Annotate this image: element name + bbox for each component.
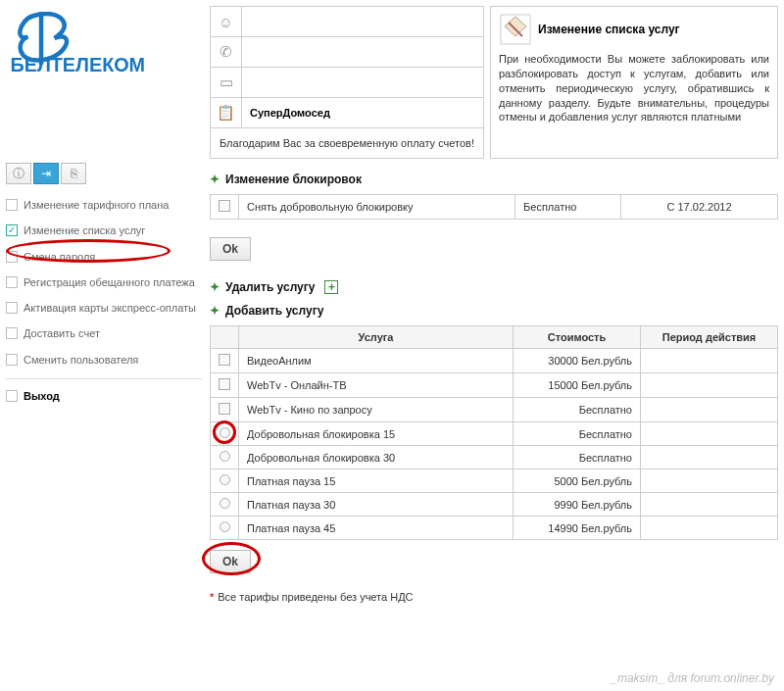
info-title: Изменение списка услуг	[538, 23, 680, 36]
account-summary-box: ☺ ✆ ▭ 📋СуперДомосед Благодарим Вас за св…	[210, 6, 484, 159]
sidebar-item[interactable]: Изменение тарифного плана	[6, 192, 202, 218]
watermark: _maksim_ для forum.onliner.by	[611, 671, 774, 685]
info-body: При необходимости Вы можете заблокироват…	[499, 52, 769, 124]
service-name: Платная пауза 15	[239, 469, 514, 493]
checkbox-icon	[6, 390, 18, 402]
service-name: Платная пауза 30	[239, 493, 514, 517]
checkbox-icon	[6, 251, 18, 263]
service-name: WebTv - Кино по запросу	[239, 398, 514, 422]
service-name: Платная пауза 45	[239, 517, 514, 540]
phone-icon: ✆	[211, 37, 242, 67]
expand-icon[interactable]: +	[324, 280, 338, 294]
ok-button-bottom[interactable]: Ok	[210, 550, 251, 573]
service-period	[641, 349, 778, 373]
tariff-name: СуперДомосед	[242, 101, 483, 124]
sidebar-item-label: Сменить пользователя	[24, 353, 138, 367]
radio[interactable]	[220, 427, 230, 438]
sidebar-item[interactable]: Доставить счет	[6, 321, 202, 346]
main-content: ✦ Изменение блокировок Снять добровольну…	[210, 159, 778, 603]
ok-button-top[interactable]: Ok	[210, 237, 251, 261]
checkbox-icon	[6, 199, 18, 211]
radio[interactable]	[220, 474, 230, 485]
table-row: ВидеоАнлим30000 Бел.рубль	[211, 349, 778, 373]
section-add-header: ✦ Добавить услугу	[210, 304, 778, 318]
checkbox-icon	[6, 354, 18, 366]
block-since: С 17.02.2012	[621, 195, 778, 220]
plus-icon: ✦	[210, 174, 220, 184]
svg-marker-2	[505, 17, 526, 36]
checkbox[interactable]	[219, 354, 230, 366]
sidebar-item-label: Регистрация обещанного платежа	[24, 275, 195, 289]
sidebar-item[interactable]: Регистрация обещанного платежа	[6, 270, 202, 295]
logo: БЕЛТЕЛЕКОМ	[6, 6, 202, 159]
table-row: Платная пауза 309990 Бел.рубль	[211, 493, 778, 517]
service-cost: Бесплатно	[514, 422, 641, 446]
sidebar-item-label: Активация карты экспресс-оплаты	[24, 301, 196, 315]
table-row: Платная пауза 4514990 Бел.рубль	[211, 517, 778, 540]
table-row: WebTv - Онлайн-ТВ15000 Бел.рубль	[211, 373, 778, 398]
footnote: *Все тарифы приведены без учета НДС	[210, 591, 778, 603]
checkbox[interactable]	[219, 403, 230, 415]
sidebar-item-label: Доставить счет	[24, 326, 100, 340]
logo-text: БЕЛТЕЛЕКОМ	[11, 54, 146, 74]
service-cost: Бесплатно	[514, 398, 641, 422]
services-table: Услуга Стоимость Период действия ВидеоАн…	[210, 325, 778, 540]
checkbox-icon	[6, 302, 18, 314]
service-name: ВидеоАнлим	[239, 349, 514, 373]
checkbox-icon	[6, 224, 18, 236]
service-period	[641, 422, 778, 446]
service-period	[641, 493, 778, 517]
sidebar-item[interactable]: Смена пароля	[6, 244, 202, 270]
thanks-message: Благодарим Вас за своевременную оплату с…	[211, 131, 483, 155]
th-cost: Стоимость	[514, 326, 641, 349]
radio[interactable]	[220, 451, 230, 462]
section-remove-header: ✦ Удалить услугу +	[210, 280, 778, 294]
block-cost: Бесплатно	[515, 195, 621, 220]
th-period: Период действия	[641, 326, 778, 349]
sidebar-exit[interactable]: Выход	[6, 378, 202, 409]
services-tab-icon[interactable]: ⇥	[33, 163, 59, 184]
table-row: Платная пауза 155000 Бел.рубль	[211, 469, 778, 493]
checkbox-icon	[6, 327, 18, 339]
sidebar-item[interactable]: Изменение списка услуг	[6, 218, 202, 243]
info-tab-icon[interactable]: ⓘ	[6, 163, 31, 184]
sidebar: ⓘ ⇥ ⎘ Изменение тарифного планаИзменение…	[6, 159, 202, 603]
service-cost: Бесплатно	[514, 446, 641, 469]
service-cost: 5000 Бел.рубль	[514, 469, 641, 493]
services-icon	[499, 13, 532, 46]
unblock-table: Снять добровольную блокировку Бесплатно …	[210, 194, 778, 220]
radio[interactable]	[220, 498, 230, 509]
service-cost: 30000 Бел.рубль	[514, 349, 641, 373]
plus-icon: ✦	[210, 282, 220, 292]
table-row: WebTv - Кино по запросуБесплатно	[211, 398, 778, 422]
service-name: Добровольная блокировка 15	[239, 422, 514, 446]
table-row: Добровольная блокировка 15Бесплатно	[211, 422, 778, 446]
radio[interactable]	[220, 521, 230, 532]
asterisk-icon: *	[210, 591, 214, 603]
logout-tab-icon[interactable]: ⎘	[61, 163, 86, 184]
clipboard-icon: 📋	[211, 98, 242, 127]
checkbox[interactable]	[219, 378, 230, 390]
block-name: Снять добровольную блокировку	[239, 195, 515, 220]
plus-icon: ✦	[210, 306, 220, 316]
section-blocks-header: ✦ Изменение блокировок	[210, 173, 778, 186]
sidebar-exit-label: Выход	[24, 389, 60, 403]
sidebar-item[interactable]: Сменить пользователя	[6, 347, 202, 372]
service-period	[641, 469, 778, 493]
checkbox[interactable]	[219, 200, 230, 212]
service-cost: 14990 Бел.рубль	[514, 517, 641, 540]
service-period	[641, 373, 778, 398]
sidebar-item-label: Изменение списка услуг	[24, 223, 145, 237]
service-period	[641, 517, 778, 540]
sidebar-item[interactable]: Активация карты экспресс-оплаты	[6, 295, 202, 321]
th-name: Услуга	[239, 326, 514, 349]
service-name: WebTv - Онлайн-ТВ	[239, 373, 514, 398]
sidebar-item-label: Смена пароля	[24, 250, 95, 264]
card-icon: ▭	[211, 68, 242, 97]
service-period	[641, 446, 778, 469]
checkbox-icon	[6, 276, 18, 288]
table-row: Снять добровольную блокировку Бесплатно …	[211, 195, 778, 220]
service-period	[641, 398, 778, 422]
sidebar-item-label: Изменение тарифного плана	[24, 198, 169, 212]
service-cost: 15000 Бел.рубль	[514, 373, 641, 398]
